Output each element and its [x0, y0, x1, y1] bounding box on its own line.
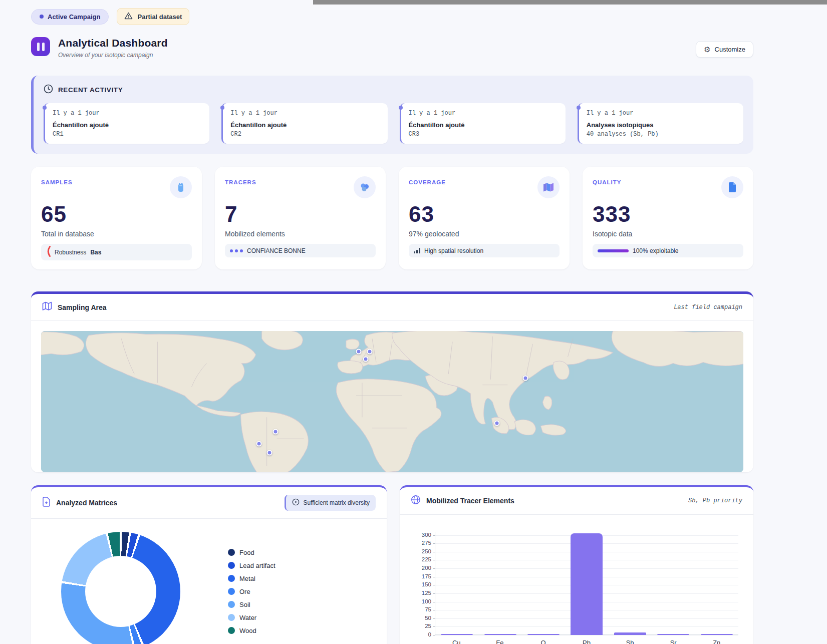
activity-detail: CR2 [230, 131, 380, 138]
y-tick-label: 175 [422, 573, 431, 579]
progress-line [598, 249, 629, 252]
divider [400, 514, 753, 515]
stats-row: SAMPLES 65 Total in database Robustness … [31, 167, 753, 269]
tracers-value: 7 [225, 203, 376, 225]
tracers-label: TRACERS [225, 176, 256, 185]
sample-marker[interactable] [363, 356, 368, 362]
activity-time: Il y a 1 jour [587, 110, 736, 117]
samples-caption: Total in database [41, 230, 192, 238]
world-map[interactable] [41, 331, 743, 472]
legend-label: Ore [239, 588, 250, 595]
legend-label: Soil [239, 601, 250, 608]
bar-zn [701, 634, 733, 635]
activity-dot-icon [577, 106, 581, 110]
active-campaign-badge[interactable]: Active Campaign [31, 9, 109, 25]
legend-swatch [228, 601, 235, 608]
file-plus-icon [42, 497, 51, 509]
legend-swatch [228, 588, 235, 595]
y-tick-mark [433, 635, 435, 635]
confidence-dots-icon [230, 249, 243, 252]
activity-time: Il y a 1 jour [409, 110, 559, 117]
activity-dot-icon [399, 106, 403, 110]
x-tick-label: Pb [565, 639, 609, 644]
map-note: Last field campaign [674, 304, 742, 311]
activity-detail: CR1 [53, 131, 202, 138]
partial-dataset-badge[interactable]: Partial dataset [117, 8, 189, 25]
activity-card[interactable]: Il y a 1 jourÉchantillon ajoutéCR3 [400, 103, 566, 144]
activity-card[interactable]: Il y a 1 jourÉchantillon ajoutéCR1 [44, 103, 209, 144]
y-tick-label: 225 [422, 557, 431, 563]
gridline [435, 635, 738, 635]
legend-item-water[interactable]: Water [228, 614, 275, 621]
sample-marker[interactable] [523, 375, 528, 381]
legend-item-food[interactable]: Food [228, 549, 275, 556]
bar-sr [657, 634, 689, 635]
quality-stat-card: QUALITY 333 Isotopic data 100% exploitab… [583, 167, 753, 269]
y-tick-label: 100 [422, 598, 431, 604]
legend-item-soil[interactable]: Soil [228, 601, 275, 608]
robustness-level: Bas [90, 249, 101, 256]
legend-swatch [228, 562, 235, 569]
status-badges-row: Active Campaign Partial dataset [31, 8, 753, 25]
matrix-diversity-badge[interactable]: Sufficient matrix diversity [285, 495, 376, 511]
legend-item-wood[interactable]: Wood [228, 627, 275, 634]
recent-activity-title: RECENT ACTIVITY [58, 86, 123, 94]
activity-event: Échantillon ajouté [409, 121, 559, 129]
matrices-title: Analyzed Matrices [56, 499, 117, 507]
activity-dot-icon [43, 106, 47, 110]
matrices-donut-chart [61, 532, 180, 644]
bar-sb [614, 632, 646, 635]
robustness-paren-icon [46, 246, 51, 258]
legend-label: Water [239, 614, 256, 621]
customize-label: Customize [715, 46, 745, 53]
sample-marker[interactable] [256, 441, 261, 447]
legend-swatch [228, 549, 235, 556]
coverage-label: COVERAGE [409, 176, 446, 185]
map-icon [42, 301, 52, 313]
sample-marker[interactable] [266, 450, 272, 456]
y-tick-label: 275 [422, 540, 431, 546]
x-tick-label: Sb [608, 639, 652, 644]
y-tick-label: 300 [422, 532, 431, 538]
activity-dot-icon [220, 106, 224, 110]
pause-icon [31, 37, 50, 56]
y-tick-label: 200 [422, 565, 431, 571]
bar-cu [441, 634, 473, 635]
legend-label: Wood [239, 627, 256, 634]
sample-marker[interactable] [494, 421, 499, 426]
x-tick-label: Zn [695, 639, 738, 644]
legend-label: Metal [239, 575, 255, 582]
legend-item-ore[interactable]: Ore [228, 588, 275, 595]
sample-marker[interactable] [273, 429, 279, 435]
bar-o [527, 634, 560, 635]
tracers-stat-card: TRACERS 7 Mobilized elements CONFIANCE B… [215, 167, 386, 269]
legend-swatch [228, 614, 235, 621]
activity-card[interactable]: Il y a 1 jourAnalyses isotopiques40 anal… [578, 103, 743, 144]
page-title: Analytical Dashboard [58, 37, 168, 49]
activity-detail: CR3 [409, 131, 559, 138]
legend-item-metal[interactable]: Metal [228, 575, 275, 582]
coverage-stat-card: COVERAGE 63 97% geolocated High spatial … [399, 167, 570, 269]
activity-detail: 40 analyses (Sb, Pb) [587, 131, 736, 138]
legend-item-lead-artifact[interactable]: Lead artifact [228, 562, 275, 569]
activity-event: Analyses isotopiques [587, 121, 736, 129]
world-map-svg [41, 331, 743, 472]
activity-event: Échantillon ajouté [53, 121, 202, 129]
window-top-strip [313, 0, 827, 5]
analyzed-matrices-card: Analyzed Matrices Sufficient matrix dive… [31, 485, 387, 644]
divider [31, 320, 753, 321]
bar-chart-icon [414, 248, 420, 253]
tracer-elements-card: Mobilized Tracer Elements Sb, Pb priorit… [400, 485, 753, 644]
x-tick-label: Fe [478, 639, 522, 644]
confidence-text: CONFIANCE BONNE [247, 247, 306, 254]
y-tick-label: 0 [428, 631, 431, 637]
sample-marker[interactable] [367, 349, 373, 354]
customize-button[interactable]: ⚙ Customize [696, 41, 753, 58]
active-campaign-label: Active Campaign [48, 13, 100, 21]
sample-marker[interactable] [356, 349, 361, 354]
coverage-value: 63 [409, 203, 560, 225]
matrix-badge-label: Sufficient matrix diversity [304, 499, 370, 506]
vial-icon [170, 176, 192, 198]
recent-activity-panel: RECENT ACTIVITY Il y a 1 jourÉchantillon… [31, 76, 753, 154]
activity-card[interactable]: Il y a 1 jourÉchantillon ajoutéCR2 [221, 103, 387, 144]
